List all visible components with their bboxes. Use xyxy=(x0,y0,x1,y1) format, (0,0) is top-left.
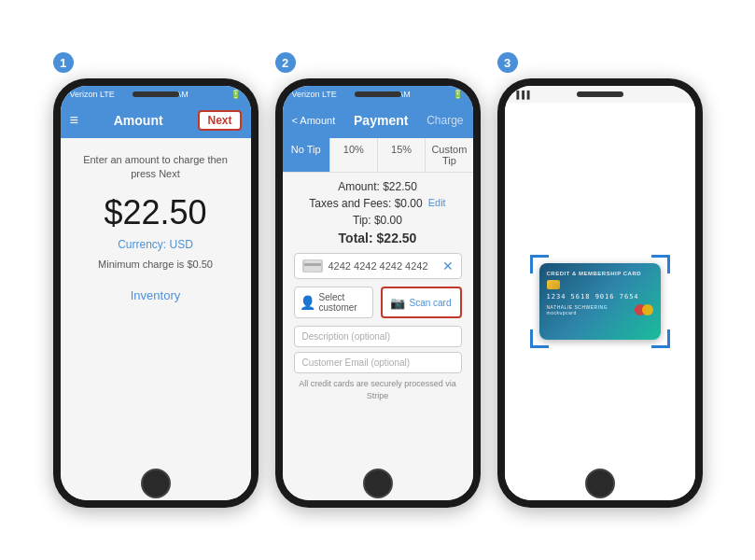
phone-2-nav-title: Payment xyxy=(354,113,408,128)
tip-custom[interactable]: Custom Tip xyxy=(426,138,472,172)
action-row: 👤 Select customer 📷 Scan card xyxy=(294,287,462,318)
email-input[interactable]: Customer Email (optional) xyxy=(294,352,462,373)
phone-1-battery: 🔋 xyxy=(231,90,241,99)
card-number-display: 1234 5618 9016 7654 xyxy=(547,293,653,301)
scan-card-button[interactable]: 📷 Scan card xyxy=(381,287,462,318)
phone-3-screen: ▐▐▐ CREDIT & MEMBERSHIP CARD xyxy=(505,86,695,500)
clear-card-icon[interactable]: ✕ xyxy=(442,259,454,273)
phone-3-speaker xyxy=(577,91,623,97)
payment-screen: Amount: $22.50 Taxes and Fees: $0.00 Edi… xyxy=(283,173,473,500)
charge-button[interactable]: Charge xyxy=(426,114,463,127)
phone-2-home-button[interactable] xyxy=(363,469,393,498)
taxes-label: Taxes and Fees: $0.00 xyxy=(309,197,422,210)
phone-3-signal: ▐▐▐ xyxy=(514,91,530,99)
select-customer-button[interactable]: 👤 Select customer xyxy=(294,287,373,318)
scan-card-screen: CREDIT & MEMBERSHIP CARD 1234 5618 9016 … xyxy=(505,103,695,500)
phone-1-nav-bar: ≡ Amount Next xyxy=(61,103,251,138)
phone-1-home-button[interactable] xyxy=(141,469,171,498)
tip-no-tip[interactable]: No Tip xyxy=(283,138,330,172)
amount-screen: Enter an amount to charge then press Nex… xyxy=(61,138,251,500)
card-chip xyxy=(547,280,560,289)
phone-1-wrapper: 1 Verizon LTE 8:22 AM 🔋 ≡ Amount Next xyxy=(53,52,259,508)
step-2-badge: 2 xyxy=(275,52,296,73)
tip-15[interactable]: 15% xyxy=(378,138,426,172)
phone-1-screen: Verizon LTE 8:22 AM 🔋 ≡ Amount Next Ente… xyxy=(61,86,251,500)
card-input-row[interactable]: 4242 4242 4242 4242 ✕ xyxy=(294,253,462,279)
phone-3-wrapper: 3 ▐▐▐ xyxy=(497,52,703,508)
description-input[interactable]: Description (optional) xyxy=(294,326,462,347)
phone-2-battery: 🔋 xyxy=(453,90,463,99)
tip-line: Tip: $0.00 xyxy=(294,214,462,227)
phone-2: Verizon LTE 8:22 AM 🔋 < Amount Payment C… xyxy=(275,78,481,508)
select-customer-label: Select customer xyxy=(319,292,368,313)
phone-3: ▐▐▐ CREDIT & MEMBERSHIP CARD xyxy=(497,78,703,508)
secure-processing-text: All credit cards are securely processed … xyxy=(294,378,462,401)
phones-container: 1 Verizon LTE 8:22 AM 🔋 ≡ Amount Next xyxy=(53,52,703,508)
min-charge-label: Minimum charge is $0.50 xyxy=(98,259,213,270)
edit-taxes-link[interactable]: Edit xyxy=(428,197,446,210)
amount-value: $22.50 xyxy=(104,193,206,232)
phone-1: Verizon LTE 8:22 AM 🔋 ≡ Amount Next Ente… xyxy=(53,78,259,508)
currency-label: Currency: USD xyxy=(118,238,193,251)
step-3-badge: 3 xyxy=(497,52,518,73)
taxes-line: Taxes and Fees: $0.00 Edit xyxy=(294,197,462,210)
amount-instruction: Enter an amount to charge then press Nex… xyxy=(70,153,242,182)
phone-2-carrier: Verizon LTE xyxy=(292,90,337,99)
card-bottom-row: NATHALIE SCHWERING mockupcard xyxy=(547,304,653,315)
tip-bar: No Tip 10% 15% Custom Tip xyxy=(283,138,473,173)
hamburger-icon[interactable]: ≡ xyxy=(70,112,78,129)
amount-line: Amount: $22.50 xyxy=(294,180,462,193)
mastercard-logo xyxy=(635,304,653,315)
credit-card-visual: CREDIT & MEMBERSHIP CARD 1234 5618 9016 … xyxy=(539,263,661,340)
next-button[interactable]: Next xyxy=(198,110,241,131)
card-watermark: mockupcard xyxy=(547,310,608,315)
phone-3-home-button[interactable] xyxy=(585,469,615,498)
tip-10[interactable]: 10% xyxy=(330,138,378,172)
scan-card-label: Scan card xyxy=(409,298,451,308)
phone-2-speaker xyxy=(355,91,401,97)
inventory-link[interactable]: Inventory xyxy=(131,288,180,302)
phone-2-nav-bar: < Amount Payment Charge xyxy=(283,103,473,138)
phone-2-screen: Verizon LTE 8:22 AM 🔋 < Amount Payment C… xyxy=(283,86,473,500)
phone-1-speaker xyxy=(133,91,179,97)
step-1-badge: 1 xyxy=(53,52,74,73)
phone-2-wrapper: 2 Verizon LTE 8:22 AM 🔋 < Amount Payment… xyxy=(275,52,481,508)
mc-yellow-circle xyxy=(642,304,653,315)
camera-icon: 📷 xyxy=(390,296,405,310)
phone-1-carrier: Verizon LTE xyxy=(70,90,115,99)
card-header-text: CREDIT & MEMBERSHIP CARD xyxy=(547,271,653,276)
scan-frame: CREDIT & MEMBERSHIP CARD 1234 5618 9016 … xyxy=(530,255,670,348)
svg-rect-1 xyxy=(304,263,321,266)
card-number-input[interactable]: 4242 4242 4242 4242 xyxy=(329,260,442,272)
total-line: Total: $22.50 xyxy=(294,231,462,245)
person-icon: 👤 xyxy=(300,295,315,310)
card-icon xyxy=(302,259,323,273)
phone-1-content: Enter an amount to charge then press Nex… xyxy=(61,138,251,500)
back-button[interactable]: < Amount xyxy=(292,115,336,126)
phone-1-nav-title: Amount xyxy=(114,113,163,128)
